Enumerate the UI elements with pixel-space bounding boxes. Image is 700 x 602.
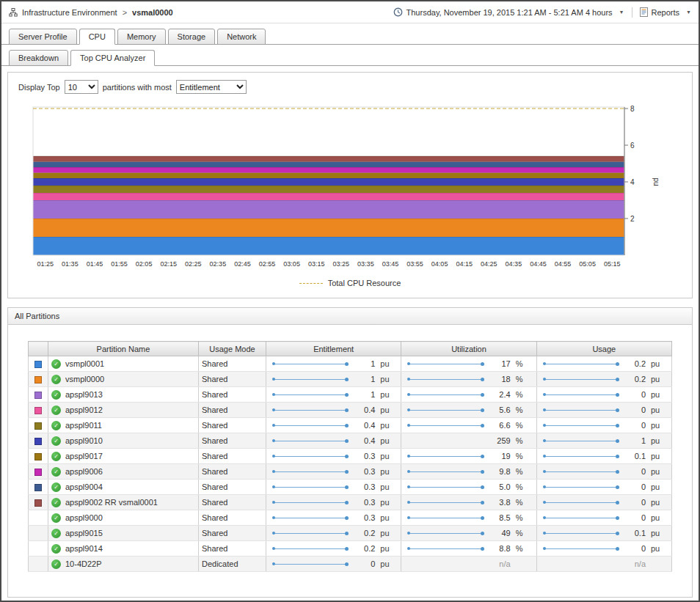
usage-mode-cell: Shared	[199, 372, 266, 387]
sparkline	[543, 499, 619, 506]
series-color-cell	[29, 557, 48, 572]
table-row[interactable]: ✓apspl9011Shared0.4pu6.6%0pu	[29, 418, 672, 433]
svg-text:03:45: 03:45	[382, 260, 399, 268]
partition-name: 10-4D22P	[65, 559, 102, 568]
table-row[interactable]: ✓vsmpl0000Shared1pu18%0.2pu	[29, 372, 672, 387]
table-row[interactable]: ✓apspl9013Shared1pu2.4%0pu	[29, 387, 672, 403]
metric-select[interactable]: Entitlement	[176, 80, 247, 94]
header-divider	[632, 7, 632, 18]
sparkline	[407, 468, 484, 475]
svg-text:04:15: 04:15	[456, 260, 473, 268]
utilization-cell: 8.5%	[401, 510, 536, 526]
table-row[interactable]: ✓apspl9012Shared0.4pu5.6%0pu	[29, 403, 672, 418]
partition-name: apspl9002 RR vsmal0001	[65, 498, 158, 507]
utilization-unit: %	[516, 359, 529, 368]
sparkline	[543, 468, 619, 475]
column-header-utilization[interactable]: Utilization	[401, 342, 536, 356]
panel-title: All Partitions	[8, 308, 692, 325]
status-ok-icon: ✓	[51, 436, 61, 446]
reports-caret-icon: ▼	[686, 10, 691, 15]
entitlement-value: 0.2	[356, 529, 375, 537]
sparkline	[407, 514, 484, 521]
utilization-value: 8.5	[492, 513, 511, 522]
usage-mode-cell: Shared	[199, 526, 266, 541]
sparkline	[407, 422, 484, 429]
breadcrumb-separator: >	[123, 8, 127, 17]
column-header-entitlement[interactable]: Entitlement	[266, 342, 401, 356]
table-row[interactable]: ✓10-4D22PDedicated0pun/an/a	[29, 557, 672, 572]
column-header-partition-name[interactable]: Partition Name	[48, 342, 199, 356]
usage-mode-cell: Shared	[199, 403, 266, 418]
column-header-usage-mode[interactable]: Usage Mode	[199, 342, 266, 356]
partition-name-cell: ✓vsmpl0000	[48, 372, 199, 387]
timerange-control[interactable]: Thursday, November 19, 2015 1:21 AM - 5:…	[393, 7, 624, 17]
partition-name-cell: ✓vsmpl0001	[48, 356, 199, 372]
tab-server-profile[interactable]: Server Profile	[9, 29, 77, 45]
usage-cell: n/a	[536, 557, 671, 572]
table-row[interactable]: ✓vsmpl0001Shared1pu17%0.2pu	[29, 356, 672, 372]
svg-text:03:55: 03:55	[406, 260, 423, 268]
utilization-value: 5.6	[492, 405, 511, 414]
chart-legend: Total CPU Resource	[8, 276, 692, 298]
tab-storage[interactable]: Storage	[168, 29, 216, 45]
tab-memory[interactable]: Memory	[117, 29, 166, 45]
status-ok-icon: ✓	[51, 559, 61, 569]
sparkline	[272, 360, 349, 367]
utilization-unit: %	[516, 375, 529, 383]
display-top-label: Display Top	[18, 83, 60, 92]
display-controls: Display Top 10 partitions with most Enti…	[8, 73, 692, 95]
entitlement-unit: pu	[380, 544, 393, 553]
series-color-swatch	[34, 422, 42, 430]
top-count-select[interactable]: 10	[65, 80, 98, 94]
usage-cell: 0.1pu	[536, 449, 671, 464]
table-row[interactable]: ✓apspl9006Shared0.3pu9.8%0pu	[29, 464, 672, 480]
svg-text:4: 4	[630, 178, 635, 186]
subtab-top-cpu-analyzer[interactable]: Top CPU Analyzer	[70, 50, 155, 66]
partition-name-cell: ✓apspl9010	[48, 433, 199, 449]
usage-cell: 0pu	[536, 541, 671, 557]
entitlement-value: 1	[356, 390, 375, 399]
sparkline	[272, 437, 349, 444]
color-column-header	[29, 342, 48, 356]
svg-text:8: 8	[630, 105, 635, 113]
usage-unit: pu	[651, 513, 664, 522]
usage-value: 0	[627, 390, 646, 399]
sparkline	[272, 483, 349, 491]
table-header-row: Partition NameUsage ModeEntitlementUtili…	[29, 342, 672, 356]
sparkline	[543, 452, 619, 460]
entitlement-unit: pu	[380, 390, 393, 399]
breadcrumb-root[interactable]: Infrastructure Environment	[22, 8, 117, 17]
table-row[interactable]: ✓apspl9015Shared0.2pu49%0.1pu	[29, 526, 672, 541]
svg-text:02:05: 02:05	[136, 260, 153, 268]
svg-text:2: 2	[630, 215, 635, 223]
column-header-usage[interactable]: Usage	[536, 342, 671, 356]
table-row[interactable]: ✓apspl9014Shared0.2pu8.8%0pu	[29, 541, 672, 557]
sparkline	[272, 406, 349, 414]
table-row[interactable]: ✓apspl9010Shared0.4pu259%1pu	[29, 433, 672, 449]
usage-unit: pu	[651, 405, 664, 414]
table-row[interactable]: ✓apspl9004Shared0.3pu5.0%0pu	[29, 480, 672, 495]
table-row[interactable]: ✓apspl9000Shared0.3pu8.5%0pu	[29, 510, 672, 526]
partition-name: apspl9000	[65, 513, 103, 522]
subtab-breakdown[interactable]: Breakdown	[9, 50, 68, 66]
svg-text:03:05: 03:05	[283, 260, 300, 268]
table-row[interactable]: ✓apspl9017Shared0.3pu19%0.1pu	[29, 449, 672, 464]
tab-network[interactable]: Network	[217, 29, 266, 45]
tab-cpu[interactable]: CPU	[79, 29, 115, 45]
usage-unit: pu	[651, 544, 664, 553]
reports-menu[interactable]: Reports ▼	[640, 7, 691, 17]
table-row[interactable]: ✓apspl9002 RR vsmal0001Shared0.3pu3.8%0p…	[29, 495, 672, 510]
entitlement-cell: 0.3pu	[266, 480, 401, 495]
usage-unit: pu	[651, 375, 664, 383]
partition-name-cell: ✓apspl9004	[48, 480, 199, 495]
entitlement-value: 0.4	[356, 436, 375, 445]
partition-name: apspl9014	[65, 544, 103, 553]
usage-cell: 0.2pu	[536, 372, 671, 387]
usage-value: 0	[627, 405, 646, 414]
status-ok-icon: ✓	[51, 375, 61, 384]
usage-cell: 0pu	[536, 480, 671, 495]
utilization-value: 19	[492, 452, 511, 460]
sparkline	[543, 529, 619, 537]
entitlement-value: 1	[356, 359, 375, 368]
entitlement-unit: pu	[380, 436, 393, 445]
